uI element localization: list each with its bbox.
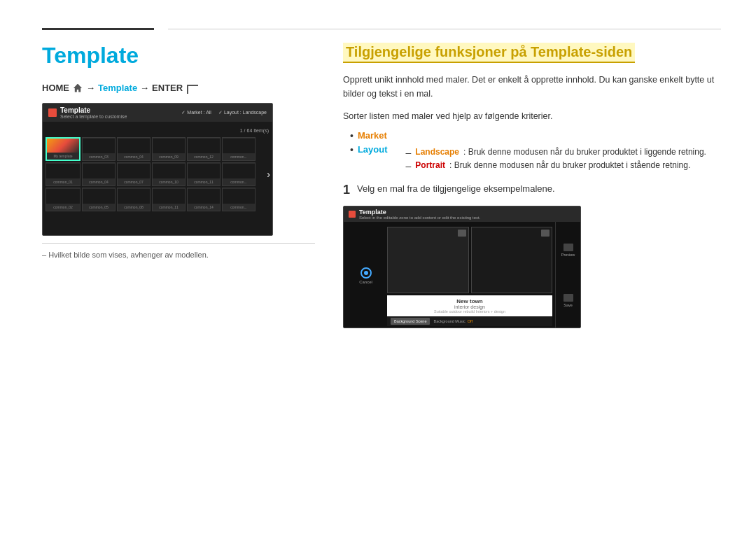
template-cell-13[interactable]: common_05 [82,188,115,211]
cell-thumb-empty [223,139,255,153]
editor-logo [349,211,356,218]
cell-label: common_01 [53,180,73,184]
editor-center: New town interior design Suitable outdoo… [387,225,552,326]
video-zone-1[interactable] [387,227,469,293]
editor-sidebar: Preview Save [555,222,580,328]
template-cell-6[interactable]: common_01 [46,162,80,186]
cancel-button[interactable]: Cancel [359,267,372,284]
template-screen: Template Select a template to customise … [42,103,273,236]
step-text: Velg en mal fra de tilgjengelige eksempe… [357,183,555,194]
cell-label: common_07 [124,180,144,184]
cell-thumb [47,139,79,153]
cell-thumb-empty [83,139,115,153]
sub-bullet-landscape: Landscape : Bruk denne modusen når du br… [406,147,706,158]
screen-note-text: – Hvilket bilde som vises, avhenger av m… [42,251,209,259]
main-content: Template HOME → Template → ENTER Tem [42,43,721,506]
preview-button[interactable]: Preview [561,244,575,257]
step-number: 1 [343,183,350,196]
video-zone-2[interactable] [471,227,553,293]
grid-row-1: My template common_03 common_04 com [46,137,270,161]
breadcrumb-home: HOME [42,83,69,93]
cell-label: common_05 [89,205,108,209]
cell-thumb-empty [118,139,150,153]
cell-label: common_11 [194,180,214,184]
text-zone-note: Suitable outdoor rebuild Interiors + des… [393,309,547,314]
template-cell-my[interactable]: My template [46,137,80,161]
template-cell-4[interactable]: common_12 [187,137,220,161]
cell-thumb-empty [188,139,220,153]
template-cell-2[interactable]: common_04 [117,137,150,161]
cell-label: common... [230,155,246,159]
editor-subtitle: Select in the editable zone to add conte… [359,216,480,220]
editor-title: Template [359,209,480,216]
save-label: Save [564,303,573,307]
template-cell-5[interactable]: common... [222,137,255,161]
template-cell-17[interactable]: common... [222,188,255,211]
grid-row-3: common_02 common_05 common_08 commo [46,188,270,211]
template-screen-title-group: Template Select a template to customise [60,106,127,119]
bg-scene-button[interactable]: Background Scene [391,318,430,325]
section-title: Tilgjengelige funksjoner på Template-sid… [343,43,635,63]
cell-label: common_08 [124,205,144,209]
text-zone-sub: interior design [393,304,547,309]
rule-left [42,28,154,30]
bullet-layout: Layout Landscape : Bruk denne modusen nå… [350,144,721,174]
template-cell-8[interactable]: common_07 [117,162,150,186]
cell-label: common... [230,205,246,209]
template-grid: My template common_03 common_04 com [43,136,272,213]
layout-dropdown[interactable]: ✓ Layout : Landscape [218,110,267,115]
cell-label: common_04 [124,155,144,159]
template-cell-15[interactable]: common_11 [152,188,186,211]
cell-label: common... [230,180,246,184]
template-screen-title-area: Template Select a template to customise [48,106,127,119]
template-cell-12[interactable]: common_02 [46,188,80,211]
template-cell-9[interactable]: common_10 [152,162,186,186]
cell-label: common_09 [159,155,178,159]
bullet-market-label: Market [358,130,387,141]
breadcrumb-arrow2: → [140,83,149,93]
template-cell-1[interactable]: common_03 [82,137,115,161]
rule-right [168,29,721,29]
cell-label: My template [53,154,72,158]
landscape-text: : Bruk denne modusen når du bruker produ… [463,147,706,157]
cell-thumb-empty [46,164,80,178]
template-cell-11[interactable]: common... [222,162,255,186]
sub-bullet-list: Landscape : Bruk denne modusen når du br… [392,147,706,174]
template-cell-7[interactable]: common_04 [82,162,115,186]
template-cell-16[interactable]: common_14 [187,188,220,211]
cell-label: common_14 [194,205,214,209]
bg-music-value[interactable]: Off [468,319,472,323]
sub-bullet-portrait: Portrait : Bruk denne modusen når du bru… [406,160,706,171]
breadcrumb: HOME → Template → ENTER [42,83,315,93]
right-column: Tilgjengelige funksjoner på Template-sid… [343,43,721,506]
breadcrumb-arrow1: → [86,83,95,93]
editor-header: Template Select in the editable zone to … [344,206,580,222]
screen-note: – Hvilket bilde som vises, avhenger av m… [42,243,315,260]
template-logo [48,108,57,117]
editor-main: Cancel [344,222,555,328]
page-title: Template [42,43,315,69]
template-cell-14[interactable]: common_08 [117,188,150,211]
zone-icon-1 [458,230,466,237]
step-1: 1 Velg en mal fra de tilgjengelige eksem… [343,183,721,196]
next-arrow-icon[interactable]: › [267,169,270,180]
text-zone[interactable]: New town interior design Suitable outdoo… [387,295,552,316]
template-cell-3[interactable]: common_09 [152,137,186,161]
grid-row-2: common_01 common_04 common_07 commo [46,162,270,186]
left-column: Template HOME → Template → ENTER Tem [42,43,315,506]
template-editor-screen: Template Select in the editable zone to … [343,206,581,328]
save-button[interactable]: Save [564,294,573,307]
zone-icon-2 [541,230,550,237]
template-cell-10[interactable]: common_11 [187,162,220,186]
cancel-inner [364,271,368,275]
portrait-text: : Bruk denne modusen når du bruker produ… [449,160,690,170]
cell-label: common_02 [53,205,73,209]
preview-icon [564,244,573,251]
top-rules [42,28,721,30]
breadcrumb-link: Template [98,83,137,93]
market-dropdown[interactable]: ✓ Market : All [181,110,211,115]
item-count: 1 / 64 Item(s) [43,122,272,136]
editor-body: Cancel [344,222,580,328]
editor-zones: Cancel [344,222,555,328]
template-screen-header: Template Select a template to customise … [43,104,272,122]
